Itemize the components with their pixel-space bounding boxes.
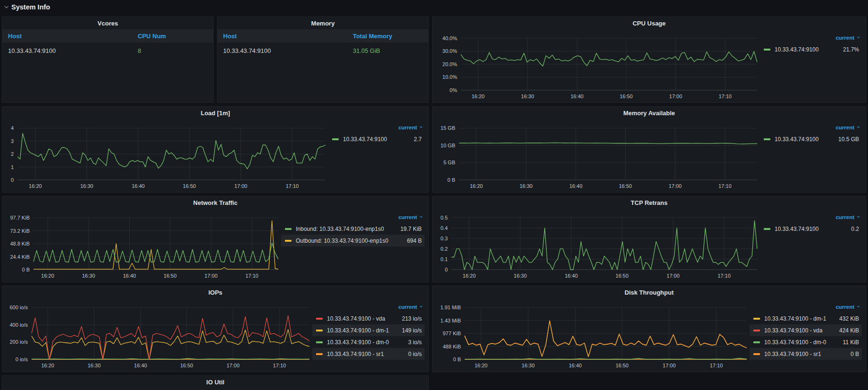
x-axis-labels: 16:2016:3016:4016:5017:0017:10 [33,272,278,280]
panel-cpu-usage: CPU Usage 0%10.0%20.0%30.0%40.0% 16:2016… [432,17,866,103]
panel-title-memory-available[interactable]: Memory Available [433,107,866,119]
iops-plot[interactable] [32,304,309,359]
series-current-value: 21.7% [843,46,859,53]
load-1m-plot[interactable] [17,125,326,180]
series-current-value: 0 io/s [408,351,422,357]
column-header-host[interactable]: Host [223,33,353,40]
chevron-down-icon [4,4,8,8]
panel-title-load-1m[interactable]: Load [1m] [2,107,428,119]
column-header-total-memory[interactable]: Total Memory [353,33,423,40]
tcp-retrans-plot[interactable] [451,214,757,270]
series-name[interactable]: 10.33.43.74:9100 [775,136,834,143]
series-name[interactable]: 10.33.43.74:9100 [775,226,846,232]
series-name[interactable]: 10.33.43.74:9100 - vda [764,327,835,334]
legend-sort-current[interactable]: current [760,124,862,133]
series-current-value: 0.2 [851,226,859,232]
panel-title-memory[interactable]: Memory [217,17,428,29]
series-swatch [764,228,770,230]
series-name[interactable]: Outbound: 10.33.43.74:9100-enp1s0 [296,237,402,244]
chevron-down-icon [420,305,423,307]
series-current-value: 213 io/s [402,315,422,322]
y-axis-labels: 0 io/s200 io/s400 io/s600 io/s [5,304,28,359]
iops-legend: current 10.33.43.74:9100 - vda 213 io/s … [312,303,425,360]
cpu-usage-legend: current 10.33.43.74:9100 21.7% [760,34,862,55]
legend-row[interactable]: 10.33.43.74:9100 - dm-1 149 io/s [312,324,425,336]
legend-row[interactable]: 10.33.43.74:9100 - dm-0 11 KiB [750,336,862,348]
legend-row[interactable]: 10.33.43.74:9100 21.7% [760,43,862,55]
panel-title-network-traffic[interactable]: Network Traffic [2,196,428,209]
legend-row[interactable]: 10.33.43.74:9100 10.5 GB [760,133,862,145]
panel-title-disk-throughput[interactable]: Disk Throughput [433,286,866,298]
chevron-down-icon [857,305,860,307]
panel-title-io-util[interactable]: IO Util [2,376,428,388]
series-name[interactable]: Inbound: 10.33.43.74:9100-enp1s0 [296,226,396,232]
column-header-cpu-num[interactable]: CPU Num [138,33,208,40]
section-header-system-info[interactable]: System Info [2,1,866,13]
series-current-value: 149 io/s [402,327,422,334]
panel-title-cpu-usage[interactable]: CPU Usage [433,17,866,29]
legend-row[interactable]: 10.33.43.74:9100 - vda 424 KiB [750,324,862,336]
y-axis-labels: 0 B5 GB10 GB15 GB [435,125,455,180]
series-current-value: 19.7 KiB [401,226,422,232]
panel-title-iops[interactable]: IOPs [2,286,428,298]
series-swatch [316,318,323,320]
panel-title-vcores[interactable]: Vcores [2,17,213,29]
legend-sort-current[interactable]: current [760,213,862,223]
legend-row[interactable]: Inbound: 10.33.43.74:9100-enp1s0 19.7 Ki… [281,223,425,235]
table-row: 10.33.43.74:9100 8 [2,42,213,59]
disk-throughput-plot[interactable] [465,304,747,359]
table-row: 10.33.43.74:9100 31.05 GiB [217,42,428,59]
legend-row[interactable]: 10.33.43.74:9100 - vda 213 io/s [312,313,425,324]
series-swatch [316,330,323,331]
series-name[interactable]: 10.33.43.74:9100 - dm-1 [327,327,397,334]
vcores-table: Host CPU Num 10.33.43.74:9100 8 [2,29,213,102]
panel-tcp-retrans: TCP Retrans 00.10.20.30.40.5 16:2016:301… [432,196,866,282]
cell-host: 10.33.43.74:9100 [223,47,353,54]
x-axis-labels: 16:2016:3016:4016:5017:0017:10 [451,272,757,280]
series-name[interactable]: 10.33.43.74:9100 - dm-0 [764,339,838,346]
series-name[interactable]: 10.33.43.74:9100 - dm-1 [764,315,835,322]
series-swatch [764,49,770,51]
series-name[interactable]: 10.33.43.74:9100 - dm-0 [327,339,403,346]
legend-sort-current[interactable]: current [312,303,425,313]
series-name[interactable]: 10.33.43.74:9100 - vda [327,315,397,322]
panel-load-1m: Load [1m] 01234 16:2016:3016:4016:5017:0… [2,106,429,193]
series-name[interactable]: 10.33.43.74:9100 [775,46,838,53]
legend-sort-current[interactable]: current [750,303,862,313]
cpu-usage-plot[interactable] [461,35,757,90]
y-axis-labels: 01234 [5,125,14,180]
panel-vcores: Vcores Host CPU Num 10.33.43.74:9100 8 [2,17,214,103]
legend-sort-current[interactable]: current [328,124,425,133]
legend-sort-current[interactable]: current [281,213,425,223]
y-axis-labels: 0 B488 KiB977 KiB1.43 MiB1.91 MiB [435,304,461,359]
panel-memory: Memory Host Total Memory 10.33.43.74:910… [217,17,429,103]
network-traffic-plot[interactable] [33,214,278,270]
legend-row[interactable]: 10.33.43.74:9100 - sr1 0 io/s [312,348,425,360]
column-header-host[interactable]: Host [8,33,138,40]
tcp-retrans-legend: current 10.33.43.74:9100 0.2 [760,213,862,235]
legend-row[interactable]: 10.33.43.74:9100 0.2 [760,223,862,235]
legend-row[interactable]: Outbound: 10.33.43.74:9100-enp1s0 694 B [281,235,425,246]
cell-total-memory: 31.05 GiB [353,47,423,54]
chevron-down-icon [857,125,860,128]
x-axis-labels: 16:2016:3016:4016:5017:0017:10 [17,182,326,190]
legend-row[interactable]: 10.33.43.74:9100 2.7 [328,133,425,145]
chevron-down-icon [420,215,423,218]
legend-row[interactable]: 10.33.43.74:9100 - dm-0 3 io/s [312,336,425,348]
series-name[interactable]: 10.33.43.74:9100 - sr1 [764,351,846,357]
legend-row[interactable]: 10.33.43.74:9100 - sr1 0 B [750,348,862,360]
panel-memory-available: Memory Available 0 B5 GB10 GB15 GB 16:20… [432,106,866,193]
cell-cpu-num: 8 [138,47,208,54]
legend-row[interactable]: 10.33.43.74:9100 - dm-1 432 KiB [750,313,862,324]
series-swatch [332,138,339,140]
series-current-value: 432 KiB [839,315,859,322]
y-axis-labels: 0%10.0%20.0%30.0%40.0% [435,35,457,90]
series-current-value: 10.5 GB [838,136,859,143]
panel-network-traffic: Network Traffic 0 B24.4 KiB48.8 KiB73.2 … [2,196,429,282]
series-name[interactable]: 10.33.43.74:9100 - sr1 [327,351,403,357]
y-axis-labels: 00.10.20.30.40.5 [435,214,448,270]
legend-sort-current[interactable]: current [760,34,862,43]
memory-available-plot[interactable] [459,125,757,180]
series-name[interactable]: 10.33.43.74:9100 [343,136,409,143]
panel-title-tcp-retrans[interactable]: TCP Retrans [433,196,866,209]
